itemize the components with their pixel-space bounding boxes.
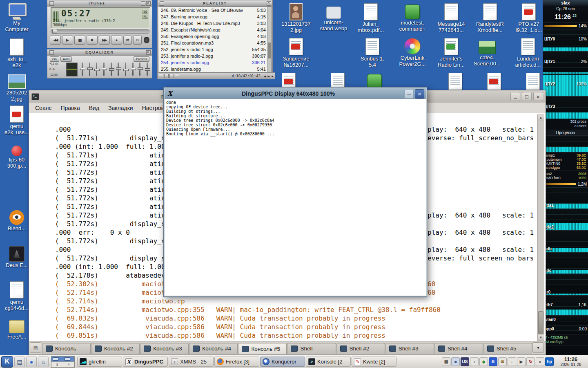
pager-desktop-cell[interactable]: 3 <box>51 362 63 367</box>
eq-slider-thumb[interactable] <box>138 67 143 70</box>
konsole-session-tab[interactable]: Консоль <box>42 343 91 354</box>
eq-slider-thumb[interactable] <box>102 68 107 70</box>
konsole-session-tab[interactable]: Shell #2 <box>336 343 385 354</box>
repeat-button[interactable] <box>133 36 142 45</box>
scroll-down-arrow-icon[interactable] <box>538 335 544 341</box>
desktop-icon[interactable]: FreeA... <box>1 317 33 340</box>
eq-slider-thumb[interactable] <box>131 68 136 70</box>
konsole-session-tab[interactable]: Shell #3 <box>385 343 434 354</box>
playlist-track-row[interactable]: 250. Evangelion opening.ogg 4:03 <box>159 33 267 40</box>
playlist-track-row[interactable]: 247. Burning arrow.ogg 4:15 <box>159 13 267 20</box>
konsole-session-tab[interactable]: Shell #4 <box>434 343 483 354</box>
desktop-icon[interactable]: qemu cg14-6d... <box>1 281 33 311</box>
desktop-icon[interactable]: Заявление №16207... <box>278 38 314 68</box>
eq-band-slider[interactable] <box>111 63 112 76</box>
playlist-track-row[interactable]: 255. landerama.ogg 5:41 <box>159 66 267 72</box>
desktop-icon[interactable]: modetest. command~ <box>394 3 431 32</box>
desktop-icon[interactable]: 2805202 2.jpg <box>1 72 33 102</box>
eject-button[interactable] <box>111 36 122 45</box>
playlist-track-row[interactable]: 251. Final countdown.mp3 4:55 <box>159 40 267 46</box>
desktop-icon[interactable]: qemu e2k_use... <box>1 105 33 135</box>
eq-band-slider[interactable] <box>125 63 126 76</box>
konsole-session-tab[interactable]: Консоль #5 <box>238 343 287 354</box>
tray-icon[interactable]: B <box>489 357 497 366</box>
desktop-pager[interactable]: 1234 <box>51 356 75 368</box>
desktop-icon[interactable]: Scribus 1. 5.4 <box>354 38 391 68</box>
taskbar-task-button[interactable]: gkrellm <box>77 357 122 367</box>
menu-item[interactable]: Вид <box>85 105 104 111</box>
shuffle-button[interactable] <box>123 36 132 45</box>
playlist-close-button[interactable] <box>267 1 271 6</box>
desktop-icon[interactable]: Message14 7742643... <box>433 3 470 33</box>
previous-button[interactable] <box>50 36 61 45</box>
eq-band-slider[interactable] <box>139 63 140 76</box>
pager-desktop-cell[interactable]: 1 <box>51 357 63 362</box>
show-desktop-button[interactable] <box>14 357 25 367</box>
playlist-misc-button[interactable] <box>175 74 179 78</box>
playlist-add-button[interactable] <box>159 74 163 78</box>
desktop-icon[interactable]: ssh_to_ e2k <box>1 38 33 68</box>
home-launcher[interactable] <box>38 357 49 367</box>
desktop-icon[interactable]: CyberLink Power2G... <box>394 38 431 67</box>
eq-band-slider[interactable] <box>96 63 97 76</box>
konqueror-launcher[interactable] <box>26 357 37 367</box>
playlist-track-row[interactable]: 249. Escapist (Nightwish).ogg 4:04 <box>159 27 267 33</box>
equalizer-menu-icon[interactable] <box>49 50 54 55</box>
eq-presets-button[interactable]: Presets <box>134 56 149 62</box>
eq-band-slider[interactable] <box>103 63 105 76</box>
equalizer-close-button[interactable] <box>146 50 151 55</box>
maximize-button[interactable] <box>522 92 532 101</box>
taskbar-task-button[interactable]: Konsole [2 <box>306 357 351 367</box>
konsole-session-tab[interactable]: Консоль #3 <box>140 343 189 354</box>
desktop-icon[interactable] <box>476 73 512 91</box>
desktop-icon[interactable]: unicorn- stand.webp <box>315 3 352 31</box>
konsole-session-tab[interactable]: Консоль #4 <box>189 343 238 354</box>
desktop-icon[interactable]: 1311201737 2.jpg <box>278 3 314 33</box>
taskbar-clock[interactable]: 11:26 2026-01-28 <box>555 356 587 368</box>
eq-toggle-button[interactable]: EQ <box>143 10 148 14</box>
tray-icon[interactable]: ▤ <box>442 357 450 366</box>
xmms-titlebar[interactable]: iTunes <box>47 0 152 7</box>
pager-desktop-cell[interactable]: 2 <box>63 357 75 362</box>
playlist-menu-icon[interactable] <box>160 1 164 6</box>
desktop-icon[interactable]: lips-60 300.jp... <box>1 142 33 169</box>
playlist-titlebar[interactable]: PLAYLIST <box>158 0 272 7</box>
seek-slider[interactable] <box>51 29 149 34</box>
minimize-button[interactable] <box>510 92 520 101</box>
desktop-icon[interactable]: My Computer <box>1 3 33 32</box>
playlist-track-row[interactable]: 252. jennifer s radio-1.ogg 554:35 <box>159 46 267 53</box>
session-list-button[interactable] <box>532 342 544 353</box>
taskbar-task-button[interactable]: Kwrite [2] <box>352 357 396 367</box>
desktop-icon[interactable]: Jennifer's Radio Lin... <box>433 38 470 68</box>
desktop-icon[interactable]: RandytestR Xmodifie... <box>472 3 508 33</box>
desktop-icon[interactable]: Blend... <box>1 209 33 232</box>
desktop-icon[interactable] <box>437 73 474 91</box>
playlist-remove-button[interactable] <box>164 74 169 78</box>
playlist-track-row[interactable]: 248. Die Krupps - Hi Tech Low Life.mp3 3… <box>159 20 267 27</box>
tray-icon[interactable]: ▶ <box>517 357 526 366</box>
dingus-titlebar[interactable]: X DingusPPC Display 640x480 100% <box>165 88 426 99</box>
tray-icon[interactable]: ↻ <box>526 357 535 366</box>
tray-icon[interactable]: ♪ <box>470 357 479 366</box>
menu-item[interactable]: Закладки <box>104 105 138 111</box>
new-session-button[interactable] <box>30 342 41 353</box>
playlist-mini-controls[interactable] <box>264 75 274 78</box>
eq-auto-button[interactable]: Auto <box>60 56 72 62</box>
tray-icon[interactable]: US <box>461 357 469 366</box>
eq-band-slider[interactable] <box>147 63 148 76</box>
taskbar-task-button[interactable]: Konqueror <box>260 357 305 367</box>
eq-on-button[interactable]: On <box>50 56 59 62</box>
tray-icon[interactable]: ● <box>536 357 544 366</box>
eq-slider-thumb[interactable] <box>123 69 129 71</box>
eq-slider-thumb[interactable] <box>87 67 93 70</box>
eq-band-slider[interactable] <box>82 63 83 76</box>
desktop-icon[interactable]: PTO.v27 i9.32_1.o... <box>510 3 547 33</box>
eq-band-slider[interactable] <box>118 63 119 76</box>
playlist-track-row[interactable]: 246. 09. Retronic Voice - Sea Of Life.wa… <box>159 7 267 13</box>
konsole-session-tab[interactable]: Shell #5 <box>483 343 532 354</box>
eq-slider-thumb[interactable] <box>94 69 100 71</box>
playlist-select-button[interactable] <box>169 74 174 78</box>
terminal-scrollbar[interactable] <box>537 114 544 341</box>
eq-slider-thumb[interactable] <box>116 67 121 70</box>
desktop-icon[interactable]: Deus E... <box>1 245 33 269</box>
